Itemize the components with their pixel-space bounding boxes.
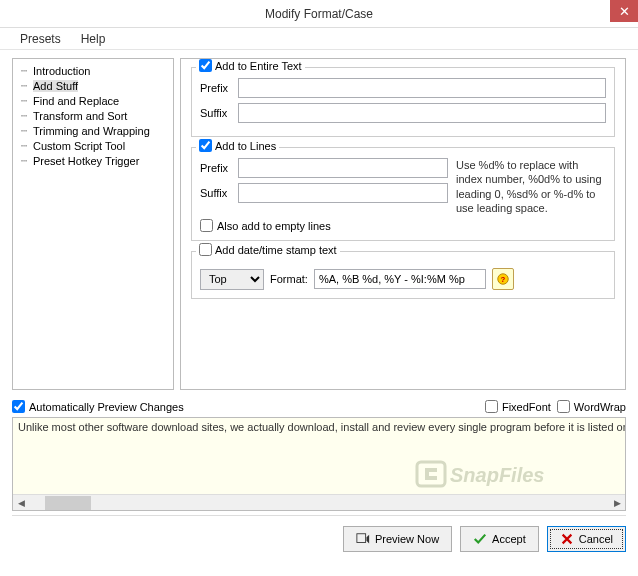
- svg-text:SnapFiles: SnapFiles: [450, 464, 544, 486]
- word-wrap-checkbox[interactable]: [557, 400, 570, 413]
- group-lines: Add to Lines Prefix Suffix Use %d% to re…: [191, 147, 615, 241]
- cancel-icon: [560, 532, 574, 546]
- preview-icon: [356, 532, 370, 546]
- entire-text-checkbox[interactable]: [199, 59, 212, 72]
- menu-bar: Presets Help: [0, 28, 638, 50]
- category-tree[interactable]: ⋯Introduction ⋯Add Stuff ⋯Find and Repla…: [12, 58, 174, 390]
- legend-entire-text: Add to Entire Text: [196, 59, 305, 72]
- tree-item-trimming-wrapping[interactable]: ⋯Trimming and Wrapping: [17, 123, 169, 138]
- svg-rect-4: [357, 534, 366, 543]
- entire-text-label: Add to Entire Text: [215, 60, 302, 72]
- lines-suffix-label: Suffix: [200, 187, 232, 199]
- tree-item-transform-sort[interactable]: ⋯Transform and Sort: [17, 108, 169, 123]
- lines-prefix-label: Prefix: [200, 162, 232, 174]
- close-icon: ✕: [619, 4, 630, 19]
- empty-lines-checkbox[interactable]: [200, 219, 213, 232]
- horizontal-scrollbar[interactable]: ◀ ▶: [13, 494, 625, 510]
- lines-checkbox[interactable]: [199, 139, 212, 152]
- tree-item-hotkey-trigger[interactable]: ⋯Preset Hotkey Trigger: [17, 153, 169, 168]
- auto-preview-label: Automatically Preview Changes: [29, 401, 184, 413]
- lines-suffix-input[interactable]: [238, 183, 448, 203]
- legend-datetime: Add date/time stamp text: [196, 243, 340, 256]
- datetime-format-input[interactable]: [314, 269, 486, 289]
- fixed-font-checkbox[interactable]: [485, 400, 498, 413]
- options-row: Automatically Preview Changes FixedFont …: [0, 398, 638, 417]
- preview-now-button[interactable]: Preview Now: [343, 526, 452, 552]
- menu-presets[interactable]: Presets: [10, 29, 71, 49]
- content-wrap: ⋯Introduction ⋯Add Stuff ⋯Find and Repla…: [0, 50, 638, 398]
- entire-suffix-input[interactable]: [238, 103, 606, 123]
- settings-panel: Add to Entire Text Prefix Suffix Add to …: [180, 58, 626, 390]
- suffix-label: Suffix: [200, 107, 232, 119]
- auto-preview-checkbox[interactable]: [12, 400, 25, 413]
- svg-text:?: ?: [501, 275, 506, 284]
- tree-item-find-replace[interactable]: ⋯Find and Replace: [17, 93, 169, 108]
- datetime-position-select[interactable]: Top: [200, 269, 264, 290]
- check-icon: [473, 532, 487, 546]
- accept-button[interactable]: Accept: [460, 526, 539, 552]
- scroll-right-arrow-icon[interactable]: ▶: [609, 495, 625, 511]
- lines-hint: Use %d% to replace with index number, %0…: [456, 158, 606, 215]
- entire-prefix-input[interactable]: [238, 78, 606, 98]
- datetime-label: Add date/time stamp text: [215, 244, 337, 256]
- empty-lines-label: Also add to empty lines: [217, 220, 331, 232]
- group-datetime: Add date/time stamp text Top Format: ?: [191, 251, 615, 299]
- format-label: Format:: [270, 273, 308, 285]
- tree-dash-icon: ⋯: [17, 94, 31, 107]
- cancel-button[interactable]: Cancel: [547, 526, 626, 552]
- datetime-checkbox[interactable]: [199, 243, 212, 256]
- window-title: Modify Format/Case: [265, 7, 373, 21]
- tree-dash-icon: ⋯: [17, 79, 31, 92]
- format-help-button[interactable]: ?: [492, 268, 514, 290]
- tree-dash-icon: ⋯: [17, 139, 31, 152]
- word-wrap-label: WordWrap: [574, 401, 626, 413]
- tree-dash-icon: ⋯: [17, 124, 31, 137]
- svg-rect-2: [417, 462, 445, 486]
- fixed-font-label: FixedFont: [502, 401, 551, 413]
- tree-item-introduction[interactable]: ⋯Introduction: [17, 63, 169, 78]
- close-button[interactable]: ✕: [610, 0, 638, 22]
- preview-area: Unlike most other software download site…: [12, 417, 626, 511]
- group-entire-text: Add to Entire Text Prefix Suffix: [191, 67, 615, 137]
- scroll-thumb[interactable]: [45, 496, 91, 510]
- snapfiles-watermark: SnapFiles: [415, 456, 615, 494]
- legend-lines: Add to Lines: [196, 139, 279, 152]
- title-bar: Modify Format/Case ✕: [0, 0, 638, 28]
- tree-dash-icon: ⋯: [17, 109, 31, 122]
- button-bar: Preview Now Accept Cancel: [0, 516, 638, 562]
- lines-label: Add to Lines: [215, 140, 276, 152]
- lines-prefix-input[interactable]: [238, 158, 448, 178]
- scroll-left-arrow-icon[interactable]: ◀: [13, 495, 29, 511]
- tree-item-custom-script[interactable]: ⋯Custom Script Tool: [17, 138, 169, 153]
- tree-dash-icon: ⋯: [17, 64, 31, 77]
- prefix-label: Prefix: [200, 82, 232, 94]
- help-icon: ?: [496, 272, 510, 286]
- tree-item-add-stuff[interactable]: ⋯Add Stuff: [17, 78, 169, 93]
- menu-help[interactable]: Help: [71, 29, 116, 49]
- tree-dash-icon: ⋯: [17, 154, 31, 167]
- preview-text: Unlike most other software download site…: [13, 418, 625, 436]
